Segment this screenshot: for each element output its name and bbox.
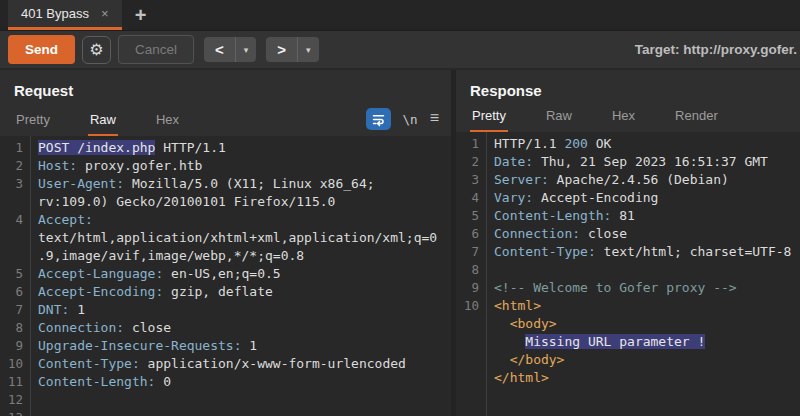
line-content: Accept: — [30, 211, 93, 229]
toolbar: Send ⚙ Cancel < ▾ > ▾ Target: http://pro… — [0, 31, 800, 70]
tab-bar: 401 Bypass × + — [0, 0, 800, 31]
chevron-down-icon[interactable]: ▾ — [235, 37, 257, 62]
show-newlines-icon[interactable]: \n — [403, 112, 418, 127]
target-label: Target: http://proxy.gofer. — [635, 42, 797, 57]
tab-request-raw[interactable]: Raw — [88, 112, 118, 136]
request-view-tabs: Pretty Raw Hex \n ≡ — [0, 99, 451, 136]
line-content: <html> — [486, 297, 541, 315]
line-content: Content-Length: 0 — [30, 373, 171, 391]
line-number: 13 — [0, 409, 30, 416]
code-line: text/html,application/xhtml+xml,applicat… — [0, 229, 451, 247]
request-editor[interactable]: 1POST /index.php HTTP/1.12Host: proxy.go… — [0, 136, 451, 416]
new-tab-button[interactable]: + — [122, 0, 160, 30]
code-line: 5Accept-Language: en-US,en;q=0.5 — [0, 265, 451, 283]
tab-response-raw[interactable]: Raw — [544, 108, 574, 132]
code-line: 8Connection: close — [0, 319, 451, 337]
history-forward-button[interactable]: > — [266, 37, 297, 62]
line-number: 8 — [456, 261, 486, 279]
line-content — [30, 409, 38, 416]
line-content: Upgrade-Insecure-Requests: 1 — [30, 337, 257, 355]
line-content: HTTP/1.1 200 OK — [486, 135, 611, 153]
code-line: 8 — [456, 261, 800, 279]
line-content: Connection: close — [486, 225, 627, 243]
code-line: </body> — [456, 351, 800, 369]
line-content: Server: Apache/2.4.56 (Debian) — [486, 171, 729, 189]
line-content: Accept-Encoding: gzip, deflate — [30, 283, 273, 301]
request-panel-title: Request — [0, 70, 451, 99]
code-line: </html> — [456, 369, 800, 387]
line-content: Accept-Language: en-US,en;q=0.5 — [30, 265, 281, 283]
code-line: 4Vary: Accept-Encoding — [456, 189, 800, 207]
line-content: Vary: Accept-Encoding — [486, 189, 658, 207]
code-line: .9,image/avif,image/webp,*/*;q=0.8 — [0, 247, 451, 265]
tab-request-pretty[interactable]: Pretty — [14, 112, 52, 136]
code-line: Missing URL parameter ! — [456, 333, 800, 351]
line-content: DNT: 1 — [30, 301, 85, 319]
cancel-button[interactable]: Cancel — [118, 35, 194, 64]
repeater-window: 401 Bypass × + Send ⚙ Cancel < ▾ > ▾ Tar… — [0, 0, 800, 416]
line-content: </body> — [486, 351, 564, 369]
line-number: 8 — [0, 319, 30, 337]
code-line: 4Accept: — [0, 211, 451, 229]
line-content: Content-Length: 81 — [486, 207, 635, 225]
code-line: 6Accept-Encoding: gzip, deflate — [0, 283, 451, 301]
line-content: Content-Type: text/html; charset=UTF-8 — [486, 243, 791, 261]
main-split: Request Pretty Raw Hex \n ≡ — [0, 70, 800, 416]
tab-response-render[interactable]: Render — [673, 108, 720, 132]
code-line: 7Content-Type: text/html; charset=UTF-8 — [456, 243, 800, 261]
history-back-button[interactable]: < — [204, 37, 235, 62]
line-number: 10 — [0, 355, 30, 373]
history-back-split-button: < ▾ — [204, 37, 256, 62]
line-number — [456, 351, 486, 369]
tab-401-bypass[interactable]: 401 Bypass × — [8, 0, 122, 30]
line-number: 11 — [0, 373, 30, 391]
code-line: 7DNT: 1 — [0, 301, 451, 319]
response-editor[interactable]: 1HTTP/1.1 200 OK2Date: Thu, 21 Sep 2023 … — [456, 132, 800, 416]
line-content: <body> — [486, 315, 557, 333]
code-line: 11Content-Length: 0 — [0, 373, 451, 391]
line-number: 5 — [456, 207, 486, 225]
code-line: 3User-Agent: Mozilla/5.0 (X11; Linux x86… — [0, 175, 451, 193]
line-number: 3 — [456, 171, 486, 189]
line-number: 3 — [0, 175, 30, 193]
response-panel: Response Pretty Raw Hex Render 1HTTP/1.1… — [456, 70, 800, 416]
code-line: 9<!-- Welcome to Gofer proxy --> — [456, 279, 800, 297]
line-number: 4 — [0, 211, 30, 229]
line-number — [456, 369, 486, 387]
close-icon[interactable]: × — [101, 6, 109, 21]
tab-request-hex[interactable]: Hex — [154, 112, 181, 136]
chevron-down-icon[interactable]: ▾ — [297, 37, 319, 62]
line-number: 9 — [456, 279, 486, 297]
code-line: 3Server: Apache/2.4.56 (Debian) — [456, 171, 800, 189]
tab-label: 401 Bypass — [21, 6, 89, 21]
send-button[interactable]: Send — [8, 35, 75, 64]
line-number: 1 — [456, 135, 486, 153]
line-number: 7 — [456, 243, 486, 261]
tab-response-hex[interactable]: Hex — [610, 108, 637, 132]
code-line: 9Upgrade-Insecure-Requests: 1 — [0, 337, 451, 355]
line-content: Host: proxy.gofer.htb — [30, 157, 202, 175]
word-wrap-icon[interactable] — [366, 108, 391, 130]
line-content: Missing URL parameter ! — [486, 333, 705, 351]
line-content: Date: Thu, 21 Sep 2023 16:51:37 GMT — [486, 153, 768, 171]
code-line: 6Connection: close — [456, 225, 800, 243]
code-line: <body> — [456, 315, 800, 333]
line-content: Content-Type: application/x-www-form-url… — [30, 355, 406, 373]
gear-icon[interactable]: ⚙ — [82, 36, 111, 64]
line-number: 12 — [0, 391, 30, 409]
line-number: 10 — [456, 297, 486, 315]
line-number: 6 — [0, 283, 30, 301]
line-number: 7 — [0, 301, 30, 319]
line-number: 5 — [0, 265, 30, 283]
line-content: </html> — [486, 369, 549, 387]
code-line: 10<html> — [456, 297, 800, 315]
request-editor-tools: \n ≡ — [366, 108, 451, 136]
line-number — [456, 333, 486, 351]
code-line: rv:109.0) Gecko/20100101 Firefox/115.0 — [0, 193, 451, 211]
line-content: <!-- Welcome to Gofer proxy --> — [486, 279, 737, 297]
code-line: 2Date: Thu, 21 Sep 2023 16:51:37 GMT — [456, 153, 800, 171]
tab-response-pretty[interactable]: Pretty — [470, 108, 508, 132]
code-line: 10Content-Type: application/x-www-form-u… — [0, 355, 451, 373]
history-forward-split-button: > ▾ — [266, 37, 318, 62]
menu-icon[interactable]: ≡ — [430, 110, 439, 128]
